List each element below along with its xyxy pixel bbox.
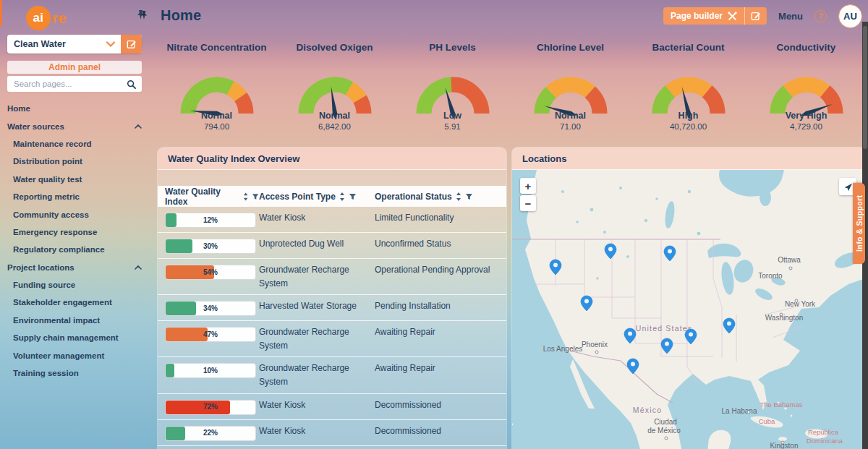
table: Water Quality Index Access Point Type Op… [158,170,506,449]
navigation-arrow-icon [843,181,854,192]
map-city-dot [595,351,598,354]
sort-icon[interactable] [339,192,345,201]
sort-icon[interactable] [243,192,248,201]
pin-page-button[interactable] [140,10,148,23]
status-cell: Decommissioned [375,424,506,438]
water-quality-panel: Water Quality Index Overview Water Quali… [158,147,506,449]
workspace-select[interactable]: Clean Water [7,35,142,54]
table-row: 22% Water Kiosk Decommissioned [158,419,506,445]
sidebar-item-label: Stakeholder engagement [13,298,112,307]
map-city-dot [789,267,792,270]
sidebar-search [7,76,142,92]
map[interactable]: United StatesMéxicoOttawaTorontoNew York… [512,170,865,449]
map-city-label: Toronto [758,272,783,280]
sidebar-item-maintenance-record[interactable]: Maintenance record [0,135,152,153]
progress-label: 54% [166,265,255,279]
search-icon[interactable] [127,80,136,89]
scrollbar-thumb[interactable] [863,26,867,149]
map-bahamas-island [791,415,793,417]
sidebar-item-stakeholder-engagement[interactable]: Stakeholder engagement [0,294,152,311]
tools-icon [728,12,737,21]
app-logo: ai re [26,6,67,30]
status-cell: Unconfirmed Status [375,237,506,251]
workspace-edit-button[interactable] [121,35,142,54]
sidebar-item-water-quality-test[interactable]: Water quality test [0,171,152,188]
sidebar-item-training-session[interactable]: Training session [0,364,152,382]
sidebar-item-label: Home [7,104,30,113]
map-island-label: Cuba [759,417,775,425]
menu-button[interactable]: Menu [778,11,803,22]
table-row: 31% Public Tap Operational Pending Appro… [158,445,506,449]
access-point-cell: Water Kiosk [259,211,375,225]
sidebar-item-label: Distribution point [13,157,82,166]
avatar[interactable]: AU [838,4,862,28]
filter-icon[interactable] [465,193,473,200]
status-cell: Pending Installation [375,299,506,313]
app-root: ai re Clean Water Admin panel HomeWater … [0,0,868,449]
map-city-dot [795,299,798,302]
zoom-out-button[interactable]: − [520,195,536,211]
access-point-cell: Groundwater Recharge System [259,362,375,388]
search-input[interactable] [7,79,127,89]
sidebar-item-label: Community access [13,210,89,219]
sidebar-item-volunteer-management[interactable]: Volunteer management [0,346,152,364]
table-row: 72% Water Kiosk Decommissioned [158,393,506,419]
sidebar-item-supply-chain-management[interactable]: Supply chain management [0,329,152,346]
sidebar-item-reporting-metric[interactable]: Reporting metric [0,188,152,205]
info-support-tab[interactable]: Info & Support [853,183,865,264]
sidebar-item-distribution-point[interactable]: Distribution point [0,153,152,170]
map-island-label: República [808,428,839,436]
sidebar-item-regulatory-compliance[interactable]: Regulatory compliance [0,241,152,258]
sidebar-item-funding-source[interactable]: Funding source [0,276,152,294]
gauges-row: Nitrate Concentration Normal 794.00 Diso… [158,42,865,131]
map-jamaica [778,437,787,441]
progress-bar: 72% [165,400,256,415]
workspace-value: Clean Water [7,39,106,49]
table-row: 12% Water Kiosk Limited Functionality [158,207,506,232]
gauge-status: Normal [319,111,350,121]
map-country-label: United States [636,324,693,333]
sidebar-item-project-locations[interactable]: Project locations [0,259,152,276]
sidebar-item-label: Water quality test [13,175,82,184]
sidebar-item-community-access[interactable]: Community access [0,205,152,223]
column-header-operational-status: Operational Status [375,192,506,202]
access-point-cell: Groundwater Recharge System [259,325,375,352]
edit-icon [127,39,137,49]
zoom-in-button[interactable]: + [520,178,536,194]
access-point-cell: Groundwater Recharge System [259,263,375,290]
sidebar-item-environmental-impact[interactable]: Environmental impact [0,312,152,329]
sidebar-item-label: Reporting metric [13,192,80,201]
page-builder-button[interactable]: Page builder [663,7,767,25]
chevron-up-icon [135,124,142,129]
gauge-status: Low [443,111,461,121]
sidebar-item-home[interactable]: Home [0,100,152,117]
sidebar-item-water-sources[interactable]: Water sources [0,117,152,134]
gauge-title: PH Levels [429,42,476,56]
admin-panel-button[interactable]: Admin panel [7,61,142,74]
progress-label: 30% [166,239,255,253]
progress-label: 47% [166,328,255,341]
map-canvas[interactable]: United StatesMéxicoOttawaTorontoNew York… [512,170,865,449]
map-city-dot [781,441,784,444]
sidebar-item-label: Supply chain management [13,333,119,342]
chevron-up-icon [135,265,142,270]
sidebar-item-label: Training session [13,369,79,377]
gauge-title: Conductivity [777,42,836,56]
sort-icon[interactable] [456,192,461,201]
edit-icon [751,11,761,21]
sidebar-item-label: Regulatory compliance [13,245,105,254]
map-zoom-controls: + − [520,178,536,211]
filter-icon[interactable] [252,193,259,200]
progress-bar: 30% [165,239,256,254]
topbar: Home Page builder Menu ? AU [152,0,868,32]
map-city-dot [747,411,750,414]
page-edit-button[interactable] [745,7,767,25]
filter-icon[interactable] [349,193,357,200]
logo-text: re [52,9,67,27]
column-header-water-quality-index: Water Quality Index [158,187,259,207]
sidebar-item-emergency-response[interactable]: Emergency response [0,223,152,241]
help-icon[interactable]: ? [814,10,827,22]
gauge-status: Very High [786,111,827,121]
sidebar-item-label: Funding source [13,281,75,289]
gauge-value: 40,720.00 [670,122,707,131]
